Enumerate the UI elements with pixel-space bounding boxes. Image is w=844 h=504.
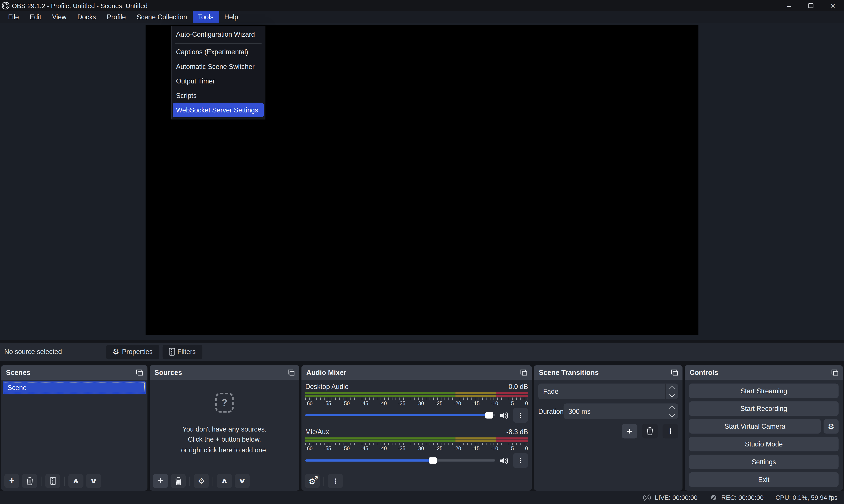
menu-item-automatic-scene-switcher[interactable]: Automatic Scene Switcher	[172, 59, 265, 74]
title-bar: OBS 29.1.2 - Profile: Untitled - Scenes:…	[0, 0, 844, 11]
minimize-button[interactable]: –	[778, 0, 800, 11]
menu-item-websocket-server-settings[interactable]: WebSocket Server Settings	[173, 103, 264, 117]
add-source-button[interactable]: +	[153, 474, 168, 488]
meter-scale: -60-55-50-45-40-35-30-25-20-15-10-50	[305, 445, 528, 451]
source-properties-button[interactable]: ⚙	[194, 474, 209, 488]
channel-name: Desktop Audio	[305, 383, 349, 391]
select-spinner[interactable]	[665, 384, 678, 399]
volume-slider[interactable]	[305, 457, 495, 464]
scale-tick-label: -50	[342, 445, 350, 451]
scene-transitions-header[interactable]: Scene Transitions	[534, 365, 683, 380]
filters-label: Filters	[177, 348, 196, 356]
slider-handle[interactable]	[486, 412, 494, 418]
scenes-list: Scene + ∧ ∨	[1, 380, 147, 491]
popout-icon	[832, 370, 838, 376]
scene-name: Scene	[3, 384, 27, 392]
volume-slider[interactable]	[305, 412, 495, 419]
transition-value: Fade	[538, 388, 559, 395]
start-streaming-button[interactable]: Start Streaming	[689, 384, 839, 398]
exit-button[interactable]: Exit	[689, 472, 839, 487]
sources-header[interactable]: Sources	[150, 365, 299, 380]
controls-title: Controls	[689, 368, 718, 377]
advanced-audio-button[interactable]: ⚙⚙	[304, 474, 320, 488]
menu-file[interactable]: File	[3, 11, 24, 23]
menu-tools[interactable]: Tools	[193, 11, 219, 23]
speaker-icon[interactable]	[499, 456, 509, 465]
trash-icon	[175, 477, 182, 485]
menu-view[interactable]: View	[47, 11, 72, 23]
virtual-camera-settings-button[interactable]: ⚙	[824, 419, 839, 433]
chevron-up-icon: ∧	[72, 478, 80, 484]
scale-tick-label: -10	[491, 445, 498, 451]
start-virtual-camera-button[interactable]: Start Virtual Camera	[689, 419, 821, 433]
menu-separator	[175, 43, 262, 43]
scale-tick-label: -55	[324, 445, 331, 451]
scale-tick-label: -50	[342, 400, 350, 406]
properties-button[interactable]: ⚙ Properties	[106, 345, 159, 359]
remove-source-button[interactable]	[171, 474, 186, 488]
scale-tick-label: -25	[435, 400, 442, 406]
scenes-header[interactable]: Scenes	[1, 365, 147, 380]
controls-header[interactable]: Controls	[685, 365, 843, 380]
cpu-fps-stats: CPU: 0.1%, 59.94 fps	[775, 494, 838, 501]
gear-icon: ⚙	[112, 348, 119, 356]
move-source-up-button[interactable]: ∧	[217, 474, 232, 488]
speaker-icon[interactable]	[499, 411, 509, 419]
menu-scene-collection[interactable]: Scene Collection	[131, 11, 193, 23]
tools-dropdown-menu: Auto-Configuration Wizard Captions (Expe…	[171, 26, 265, 120]
scale-tick-label: -60	[305, 445, 313, 451]
move-source-down-button[interactable]: ∨	[235, 474, 250, 488]
menu-item-scripts[interactable]: Scripts	[172, 88, 265, 103]
filters-button[interactable]: Filters	[162, 345, 202, 359]
move-scene-down-button[interactable]: ∨	[86, 474, 101, 488]
audio-mixer-body: Desktop Audio 0.0 dB -60-55-50-45-40-35-…	[301, 380, 532, 491]
plus-icon: +	[9, 476, 15, 485]
menu-edit[interactable]: Edit	[24, 11, 47, 23]
live-icon	[643, 493, 651, 502]
toolbar-separator	[189, 476, 190, 486]
sources-list[interactable]: ? You don't have any sources. Click the …	[150, 380, 299, 491]
move-scene-up-button[interactable]: ∧	[68, 474, 84, 488]
mixer-toolbar: ⚙⚙ ⋮	[301, 474, 532, 491]
obs-logo-icon	[2, 2, 10, 10]
add-transition-button[interactable]: +	[622, 424, 637, 438]
channel-options-button[interactable]: ⋮	[513, 408, 528, 423]
duration-spinbox[interactable]: 300 ms	[564, 403, 678, 419]
remove-scene-button[interactable]	[22, 474, 37, 488]
close-button[interactable]: ×	[822, 0, 844, 11]
add-scene-button[interactable]: +	[4, 474, 20, 488]
restore-icon	[808, 3, 813, 8]
channel-options-button[interactable]: ⋮	[513, 453, 528, 468]
audio-mixer-header[interactable]: Audio Mixer	[301, 365, 532, 380]
transition-options-button[interactable]: ⋮	[663, 424, 678, 438]
settings-button[interactable]: Settings	[689, 455, 839, 469]
transition-select[interactable]: Fade	[538, 384, 678, 399]
slider-handle[interactable]	[428, 457, 437, 464]
filters-icon	[169, 348, 175, 356]
studio-mode-button[interactable]: Studio Mode	[689, 437, 839, 451]
mixer-options-button[interactable]: ⋮	[328, 474, 343, 488]
start-recording-button[interactable]: Start Recording	[689, 401, 839, 416]
scene-filters-button[interactable]	[45, 474, 60, 488]
trash-icon	[26, 477, 33, 485]
menu-item-auto-configuration-wizard[interactable]: Auto-Configuration Wizard	[172, 27, 265, 41]
mixer-channel-mic-aux: Mic/Aux -8.3 dB -60-55-50-45-40-35-30-25…	[305, 428, 528, 469]
menu-help[interactable]: Help	[219, 11, 244, 23]
scale-tick-label: -40	[380, 400, 387, 406]
scene-list-item[interactable]: Scene	[3, 381, 146, 394]
menu-profile[interactable]: Profile	[101, 11, 131, 23]
chevron-up-icon	[669, 406, 674, 411]
scale-tick-label: -30	[417, 445, 424, 451]
dots-icon: ⋮	[517, 411, 524, 419]
restore-button[interactable]	[800, 0, 822, 11]
source-toolbar: No source selected ⚙ Properties Filters	[0, 343, 844, 361]
menu-docks[interactable]: Docks	[72, 11, 101, 23]
sources-toolbar: + ⚙ ∧ ∨	[150, 474, 299, 491]
duration-spinner[interactable]	[665, 403, 678, 419]
remove-transition-button[interactable]	[642, 424, 658, 438]
scale-tick-label: -35	[398, 445, 405, 451]
chevron-down-icon	[669, 412, 674, 417]
menu-item-captions[interactable]: Captions (Experimental)	[172, 44, 265, 59]
menu-item-output-timer[interactable]: Output Timer	[172, 74, 265, 88]
meter-ticks	[305, 397, 528, 400]
